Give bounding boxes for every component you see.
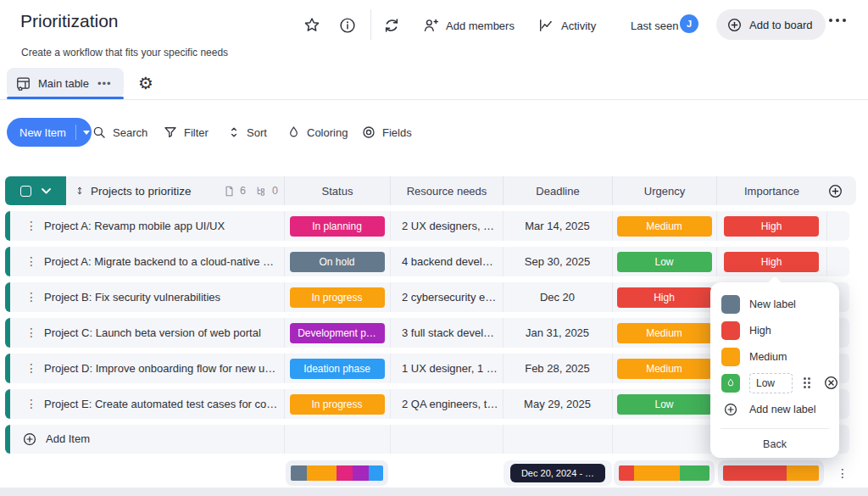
plus-circle-icon[interactable] (22, 432, 37, 447)
resource-needs-cell[interactable]: 2 QA engineers, t… (390, 389, 503, 419)
importance-cell[interactable]: High (716, 247, 826, 276)
resource-needs-cell[interactable]: 4 backend devel… (390, 247, 503, 276)
info-icon[interactable] (337, 14, 359, 36)
board-sync-icon[interactable] (381, 14, 403, 36)
label-editor-item[interactable]: New label (710, 291, 839, 317)
add-column-button[interactable] (827, 183, 843, 199)
add-members-button[interactable]: Add members (422, 14, 515, 36)
add-to-board-button[interactable]: Add to board (716, 9, 826, 40)
deadline-cell[interactable]: Mar 14, 2025 (503, 211, 612, 241)
status-cell[interactable]: Development p… (284, 318, 390, 348)
group-select-pill[interactable] (5, 176, 66, 205)
status-cell[interactable]: Ideation phase (284, 354, 390, 383)
status-cell-pill[interactable]: Development p… (290, 323, 385, 343)
deadline-cell[interactable]: Dec 20 (503, 282, 612, 312)
add-new-label-button[interactable]: Add new label (710, 396, 839, 422)
tab-options-icon[interactable]: ••• (97, 77, 112, 90)
status-cell-pill[interactable]: In planning (290, 216, 385, 237)
status-summary-card[interactable] (286, 460, 388, 486)
header-more-menu-icon[interactable] (829, 19, 846, 22)
group-title[interactable]: Projects to prioritize (75, 176, 192, 205)
status-cell-pill[interactable]: Ideation phase (290, 359, 385, 379)
urgency-cell[interactable]: Low (612, 389, 716, 419)
column-header-importance[interactable]: Importance (716, 176, 826, 205)
activity-button[interactable]: Activity (537, 14, 596, 36)
label-color-swatch[interactable] (721, 348, 740, 366)
label-color-swatch[interactable] (721, 321, 740, 340)
importance-cell-pill[interactable]: High (724, 216, 819, 237)
importance-cell[interactable]: High (716, 211, 826, 241)
fields-button[interactable]: Fields (361, 118, 412, 147)
urgency-cell[interactable]: Medium (612, 318, 716, 348)
item-name[interactable]: Project C: Launch beta version of web po… (44, 318, 278, 348)
sort-button[interactable]: Sort (227, 118, 267, 147)
tab-main-table[interactable]: Main table ••• (7, 68, 124, 98)
resource-needs-cell[interactable]: 3 full stack devel… (390, 318, 503, 348)
row-menu-icon[interactable]: ⋮ (25, 211, 37, 241)
row-menu-icon[interactable]: ⋮ (25, 354, 37, 383)
label-editor-item[interactable]: High (710, 317, 839, 343)
urgency-cell[interactable]: Medium (612, 354, 716, 383)
search-button[interactable]: Search (92, 118, 147, 147)
urgency-cell-pill[interactable]: High (617, 287, 712, 308)
item-name[interactable]: Project A: Migrate backend to a cloud-na… (44, 247, 278, 276)
status-cell-pill[interactable]: On hold (290, 252, 385, 272)
urgency-cell[interactable]: Low (612, 247, 716, 276)
summary-menu-icon[interactable]: ⋮ (836, 460, 849, 486)
row-menu-icon[interactable]: ⋮ (25, 318, 37, 348)
item-name[interactable]: Project E: Create automated test cases f… (44, 389, 278, 419)
deadline-cell[interactable]: May 29, 2025 (503, 389, 612, 419)
status-cell-pill[interactable]: In progress (290, 394, 385, 415)
deadline-cell[interactable]: Feb 28, 2025 (503, 354, 612, 383)
status-cell[interactable]: In planning (284, 211, 390, 241)
status-cell[interactable]: In progress (284, 282, 390, 312)
urgency-cell-pill[interactable]: Medium (617, 359, 712, 379)
filter-button[interactable]: Filter (163, 118, 209, 147)
row-menu-icon[interactable]: ⋮ (25, 389, 37, 419)
user-avatar[interactable]: J (680, 14, 698, 33)
column-header-status[interactable]: Status (284, 176, 390, 205)
gear-icon[interactable]: ⚙ (135, 72, 157, 94)
row-menu-icon[interactable]: ⋮ (25, 282, 37, 312)
deadline-cell[interactable]: Sep 30, 2025 (503, 247, 612, 276)
item-name[interactable]: Project A: Revamp mobile app UI/UX (44, 211, 278, 241)
select-all-checkbox[interactable] (20, 186, 31, 197)
resource-needs-cell[interactable]: 2 UX designers, … (390, 211, 503, 241)
add-item-label[interactable]: Add Item (46, 425, 90, 454)
drag-handle-icon[interactable] (804, 377, 810, 388)
status-cell[interactable]: On hold (284, 247, 390, 276)
new-item-caret-icon[interactable] (83, 131, 90, 135)
urgency-cell-pill[interactable]: Medium (617, 216, 712, 237)
deadline-cell[interactable]: Jan 31, 2025 (503, 318, 612, 348)
item-name[interactable]: Project B: Fix security vulnerabilities (44, 282, 278, 312)
back-button[interactable]: Back (710, 438, 839, 450)
table-row[interactable]: ⋮Project A: Migrate backend to a cloud-n… (5, 247, 849, 276)
urgency-summary-card[interactable] (614, 460, 715, 486)
label-color-swatch[interactable] (721, 295, 740, 314)
label-color-swatch[interactable] (721, 374, 740, 393)
table-row[interactable]: ⋮Project A: Revamp mobile app UI/UXIn pl… (5, 211, 849, 241)
urgency-cell[interactable]: High (612, 282, 716, 312)
new-item-button[interactable]: New Item (7, 118, 92, 147)
coloring-button[interactable]: Coloring (287, 118, 348, 147)
label-name-input[interactable]: Low (749, 373, 793, 393)
label-editor-item[interactable]: Low (710, 370, 839, 396)
column-header-resource-needs[interactable]: Resource needs (390, 176, 503, 205)
resource-needs-cell[interactable]: 2 cybersecurity e… (390, 282, 503, 312)
urgency-cell-pill[interactable]: Medium (617, 323, 712, 343)
label-editor-item[interactable]: Medium (710, 343, 839, 370)
deadline-summary-card[interactable]: Dec 20, 2024 - … (504, 460, 612, 486)
favorite-star-icon[interactable] (301, 14, 323, 36)
urgency-cell[interactable]: Medium (612, 211, 716, 241)
importance-cell-pill[interactable]: High (724, 252, 819, 272)
remove-label-icon[interactable] (823, 375, 839, 391)
status-cell[interactable]: In progress (284, 389, 390, 419)
importance-summary-card[interactable] (718, 460, 824, 486)
urgency-cell-pill[interactable]: Low (617, 252, 712, 272)
item-name[interactable]: Project D: Improve onboarding flow for n… (44, 354, 278, 383)
column-header-deadline[interactable]: Deadline (503, 176, 612, 205)
row-menu-icon[interactable]: ⋮ (25, 247, 37, 276)
status-cell-pill[interactable]: In progress (290, 287, 385, 308)
column-header-urgency[interactable]: Urgency (612, 176, 716, 205)
resource-needs-cell[interactable]: 1 UX designer, 1 … (390, 354, 503, 383)
